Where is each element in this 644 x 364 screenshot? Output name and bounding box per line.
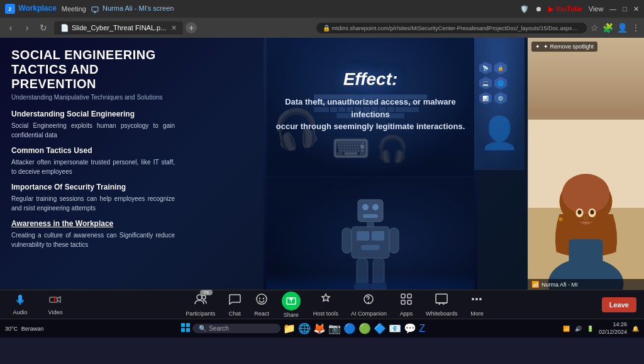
ai-companion-icon — [362, 292, 375, 309]
hex-icon-3: 💻 — [479, 77, 492, 89]
url-text: mtdimi.sharepoint.com/p/r/sites/MISecuri… — [331, 25, 587, 31]
effect-description: Data theft, unauthorized access, or malw… — [270, 96, 471, 133]
ai-companion-button[interactable]: AI Companion — [351, 292, 387, 317]
app-3-icon[interactable]: 🟢 — [358, 322, 371, 334]
audio-icon — [14, 293, 26, 308]
svg-rect-45 — [408, 294, 411, 298]
app-6-icon[interactable]: 💬 — [404, 322, 416, 334]
menu-icon[interactable]: ⋮ — [631, 23, 640, 33]
app-4-icon[interactable]: 🔷 — [374, 322, 386, 334]
svg-rect-13 — [361, 245, 380, 250]
notification-icon[interactable]: 🔔 — [632, 326, 639, 332]
svg-point-36 — [197, 295, 202, 300]
speaker-name-bar: 📶 Nurma Afi - MI — [528, 279, 644, 290]
profile-icon[interactable]: 👤 — [617, 23, 628, 33]
meeting-label: Meeting — [62, 5, 86, 13]
video-button[interactable]: Video — [43, 293, 68, 316]
hex-icon-5: 📊 — [479, 92, 492, 105]
hex-icon-2: 🔒 — [494, 62, 507, 74]
svg-rect-57 — [181, 328, 185, 332]
view-label[interactable]: View — [589, 5, 604, 13]
apps-icon — [399, 292, 413, 309]
effect-overlay: Effect: Data theft, unauthorized access,… — [270, 69, 471, 133]
zoom-toolbar-center: 74 Participants Chat React — [186, 292, 484, 318]
address-bar[interactable]: 🔒 mtdimi.sharepoint.com/p/r/sites/MISecu… — [316, 23, 587, 33]
section-body-2: Attacker often impersonate trusted perso… — [11, 157, 175, 176]
section-heading-3: Importance Of Security Training — [11, 183, 175, 191]
antivirus-icon[interactable]: 🦊 — [313, 322, 326, 334]
refresh-btn[interactable]: ↻ — [36, 21, 50, 35]
svg-text:Z: Z — [9, 6, 12, 12]
react-button[interactable]: React — [254, 292, 269, 317]
zoom-taskbar-icon[interactable]: Z — [419, 323, 425, 334]
svg-rect-55 — [181, 323, 185, 327]
svg-rect-56 — [186, 323, 190, 327]
extensions-icon[interactable]: 🧩 — [602, 23, 613, 33]
audio-button[interactable]: Audio — [8, 293, 33, 316]
lock-icon: 🔒 — [323, 25, 330, 31]
minimize-btn[interactable]: — — [609, 5, 616, 13]
app-5-icon[interactable]: 📧 — [389, 322, 401, 334]
browser-actions: ☆ 🧩 👤 ⋮ — [591, 23, 640, 33]
speaker-video: ✦ ✦ Remove spotlight — [528, 38, 644, 290]
participants-button[interactable]: 74 Participants — [186, 292, 215, 317]
edge-icon[interactable]: 🌐 — [298, 322, 311, 334]
more-label: More — [470, 310, 484, 317]
remove-spotlight-button[interactable]: ✦ ✦ Remove spotlight — [531, 42, 597, 52]
host-tools-button[interactable]: Host tools — [313, 292, 338, 317]
security-icon: 🛡️ — [520, 5, 529, 13]
top-bar-left: Z Workplace Meeting Nurma Ali - MI's scr… — [5, 4, 174, 14]
screen-share-label: Nurma Ali - MI's screen — [91, 4, 174, 13]
forward-btn[interactable]: › — [20, 21, 34, 35]
svg-rect-9 — [367, 222, 374, 227]
whiteboards-icon — [435, 292, 448, 309]
tab-strip: 📄 Slide_Cyber_Threat FINAL.p... ✕ + — [54, 21, 313, 35]
host-tools-icon — [319, 292, 333, 309]
chat-button[interactable]: Chat — [228, 292, 242, 317]
slide-main-title: SOCIAL ENGINEERING TACTICS AND PREVENTIO… — [11, 48, 175, 91]
slide-area: 🎧 — [0, 38, 528, 290]
leave-button[interactable]: Leave — [602, 297, 636, 312]
zoom-toolbar: Audio Video 74 — [0, 290, 644, 319]
more-button[interactable]: More — [470, 292, 484, 317]
speaker-face — [528, 44, 644, 290]
tab-close-icon[interactable]: ✕ — [171, 24, 177, 32]
new-tab-button[interactable]: + — [186, 22, 197, 33]
app-2-icon[interactable]: 🔵 — [343, 322, 356, 334]
svg-point-39 — [259, 298, 260, 299]
svg-rect-32 — [569, 239, 602, 271]
app-1-icon[interactable]: 📷 — [328, 322, 341, 334]
svg-rect-14 — [342, 228, 352, 253]
active-tab[interactable]: 📄 Slide_Cyber_Threat FINAL.p... ✕ — [54, 21, 183, 35]
windows-search-box[interactable]: 🔍 Search — [192, 324, 280, 333]
section-body-1: Social Engineering exploits human psycol… — [11, 121, 175, 140]
main-area: 🎧 — [0, 38, 644, 290]
share-button[interactable]: Share — [282, 292, 301, 318]
share-icon — [282, 292, 301, 310]
win-taskbar-right: 📶 🔊 🔋 14:26 02/12/2024 🔔 — [563, 321, 639, 336]
youtube-label[interactable]: ▶ YouTube — [548, 5, 582, 13]
hex-icon-1: 📡 — [479, 62, 492, 74]
svg-rect-46 — [401, 300, 405, 304]
remove-spotlight-label: ✦ Remove spotlight — [543, 43, 594, 50]
ai-label: AI Companion — [351, 310, 387, 317]
close-btn[interactable]: ✕ — [633, 5, 639, 13]
robot-image — [267, 178, 474, 290]
audio-label: Audio — [13, 309, 27, 316]
volume-icon: 🔊 — [575, 326, 582, 332]
svg-point-33 — [558, 217, 562, 221]
hex-icon-6: ⚙️ — [494, 92, 507, 105]
whiteboards-button[interactable]: Whiteboards — [426, 292, 458, 317]
file-explorer-icon[interactable]: 📁 — [283, 322, 296, 334]
maximize-btn[interactable]: □ — [623, 5, 627, 13]
time-display: 14:26 02/12/2024 — [599, 321, 627, 336]
svg-rect-2 — [92, 7, 98, 11]
back-btn[interactable]: ‹ — [4, 21, 18, 35]
bookmark-icon[interactable]: ☆ — [591, 23, 599, 33]
video-label: Video — [48, 309, 63, 316]
windows-start-button[interactable] — [181, 323, 190, 334]
tab-favicon: 📄 — [60, 24, 69, 32]
svg-point-40 — [263, 298, 264, 299]
video-icon — [49, 293, 62, 308]
apps-button[interactable]: Apps — [399, 292, 413, 317]
